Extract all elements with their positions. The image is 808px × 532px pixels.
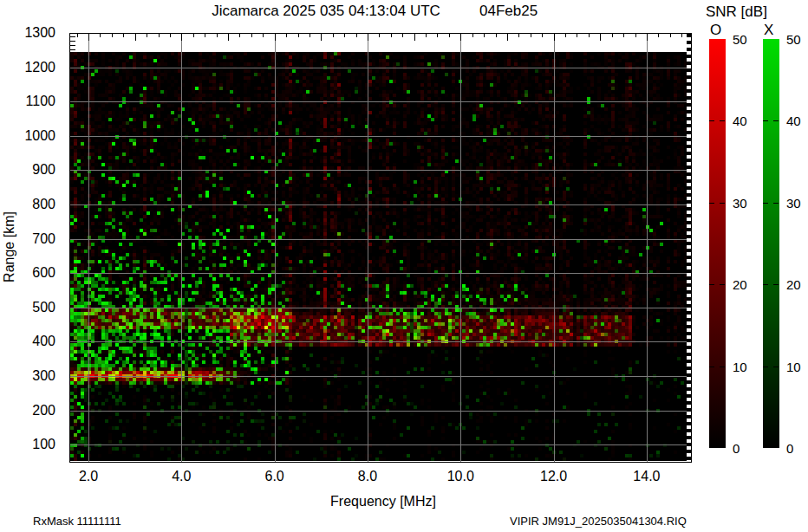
frequency-tick <box>577 34 577 37</box>
colorbar-tick-dash <box>720 203 725 204</box>
frequency-tick <box>647 34 648 41</box>
frequency-tick <box>414 34 415 41</box>
frequency-tick <box>321 34 322 41</box>
frequency-tick <box>379 34 380 37</box>
colorbar-tick-dash <box>720 284 725 285</box>
frequency-tick <box>565 34 566 37</box>
colorbar-tick-dash <box>763 203 768 204</box>
y-tick-label: 900 <box>10 162 55 178</box>
y-tick-label: 300 <box>10 368 55 384</box>
y-tick-label: 1300 <box>10 25 55 41</box>
frequency-tick <box>554 34 555 41</box>
colorbar-tick-label: 0 <box>786 441 808 456</box>
y-tick-label: 100 <box>10 437 55 452</box>
colorbar-tick-dash <box>720 367 725 367</box>
x-tick-label: 10.0 <box>440 469 481 484</box>
colorbar-tick-dash <box>773 120 779 121</box>
colorbar-tick-label: 30 <box>786 196 808 211</box>
frequency-tick <box>205 34 205 37</box>
colorbar-tick-label: 40 <box>786 114 808 128</box>
frequency-tick <box>193 34 194 37</box>
frequency-tick <box>77 34 78 37</box>
frequency-tick <box>344 34 345 37</box>
y-tick-label: 1200 <box>10 60 55 75</box>
frequency-tick <box>437 34 438 37</box>
frequency-tick <box>310 34 310 37</box>
colorbar-tick-dash <box>763 120 768 121</box>
colorbar-tick-label: 50 <box>733 32 755 47</box>
frequency-tick <box>147 34 147 37</box>
source-file-text: VIPIR JM91J_2025035041304.RIQ <box>510 515 687 528</box>
frequency-tick <box>239 34 240 37</box>
colorbar-tick-label: 20 <box>786 277 808 292</box>
frequency-tick <box>181 34 182 41</box>
frequency-tick <box>217 34 218 37</box>
x-tick-label: 8.0 <box>347 469 388 484</box>
frequency-tick <box>449 34 450 37</box>
frequency-tick <box>275 34 276 41</box>
frequency-tick <box>460 34 461 41</box>
frequency-tick <box>356 34 357 37</box>
colorbar-tick-label: 30 <box>733 196 755 211</box>
colorbar-tick-dash <box>709 120 714 121</box>
x-tick-label: 6.0 <box>254 469 296 484</box>
y-tick-label: 1100 <box>10 94 55 109</box>
frequency-tick <box>391 34 392 37</box>
frequency-tick <box>100 34 101 37</box>
frequency-tick <box>658 34 659 37</box>
x-tick-label: 12.0 <box>533 469 575 484</box>
colorbar-x-label: X <box>764 22 773 39</box>
colorbar-tick-dash <box>763 284 768 285</box>
frequency-tick <box>589 34 590 37</box>
frequency-tick <box>635 34 636 37</box>
frequency-tick <box>170 34 171 37</box>
frequency-tick <box>484 34 485 37</box>
colorbar-o-gradient <box>709 39 726 448</box>
frequency-tick <box>112 34 113 37</box>
y-tick-label: 500 <box>10 300 55 315</box>
colorbar-tick-label: 20 <box>733 277 755 292</box>
y-tick-label: 400 <box>10 334 55 349</box>
colorbar-tick-dash <box>773 203 779 204</box>
colorbar-tick-dash <box>720 120 725 121</box>
frequency-tick <box>402 34 403 37</box>
frequency-tick <box>88 34 89 41</box>
range-minor-tick <box>70 41 75 42</box>
range-minor-tick <box>70 49 75 50</box>
frequency-tick <box>333 34 334 37</box>
x-tick-label: 2.0 <box>68 469 109 484</box>
y-tick-label: 200 <box>10 403 55 418</box>
colorbar-tick-label: 40 <box>733 114 755 128</box>
range-minor-tick <box>70 36 75 37</box>
colorbar-tick-dash <box>709 203 714 204</box>
frequency-tick <box>670 34 671 37</box>
colorbar-tick-dash <box>763 367 768 367</box>
colorbar-tick-label: 10 <box>786 360 808 374</box>
frequency-tick <box>263 34 264 37</box>
colorbar-tick-label: 10 <box>733 360 755 374</box>
frequency-tick <box>496 34 497 37</box>
frequency-tick <box>368 34 368 41</box>
plot-frame <box>69 33 692 463</box>
frequency-tick <box>681 34 682 37</box>
frequency-tick <box>507 34 508 41</box>
ionogram-page: Jicamarca 2025 035 04:13:04 UTC 04Feb25 … <box>0 0 808 532</box>
frequency-tick <box>612 34 613 37</box>
frequency-tick <box>518 34 519 37</box>
colorbar-tick-dash <box>773 284 779 285</box>
frequency-tick <box>298 34 299 37</box>
y-tick-label: 800 <box>10 197 55 212</box>
range-minor-tick <box>70 45 75 46</box>
frequency-tick <box>251 34 252 37</box>
colorbar-tick-dash <box>773 367 779 367</box>
colorbar-tick-label: 0 <box>733 441 755 456</box>
y-tick-label: 700 <box>10 231 55 247</box>
rxmask-text: RxMask 11111111 <box>33 515 121 528</box>
x-axis-label: Frequency [MHz] <box>296 494 470 509</box>
colorbar-tick-dash <box>709 284 714 285</box>
colorbar-o-label: O <box>710 22 721 39</box>
colorbar-title: SNR [dB] <box>706 3 801 21</box>
frequency-tick <box>531 34 531 37</box>
frequency-tick <box>135 34 136 41</box>
plot-date: 04Feb25 <box>479 3 583 20</box>
